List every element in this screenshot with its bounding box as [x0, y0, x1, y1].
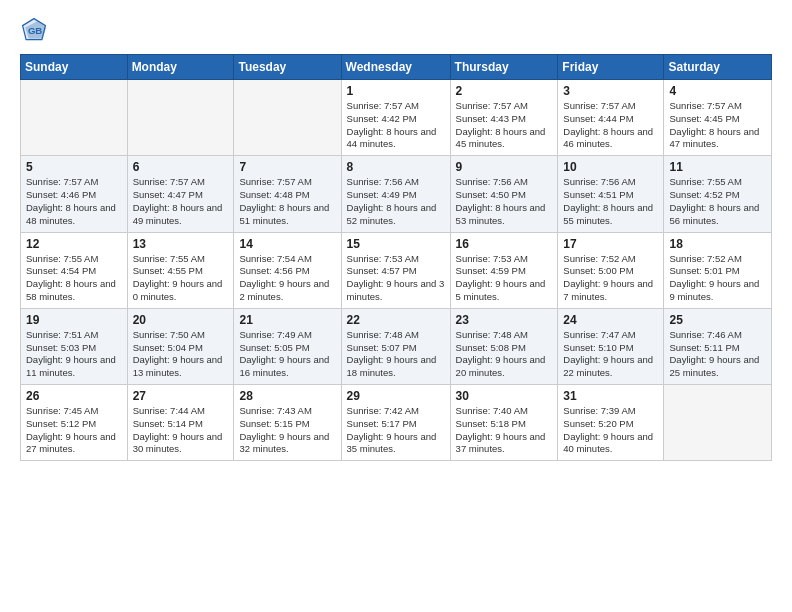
day-number: 28: [239, 389, 335, 403]
calendar-cell: [21, 80, 128, 156]
calendar-cell: 14Sunrise: 7:54 AM Sunset: 4:56 PM Dayli…: [234, 232, 341, 308]
day-info: Sunrise: 7:48 AM Sunset: 5:08 PM Dayligh…: [456, 329, 553, 380]
day-info: Sunrise: 7:47 AM Sunset: 5:10 PM Dayligh…: [563, 329, 658, 380]
weekday-header-wednesday: Wednesday: [341, 55, 450, 80]
logo-icon: GB: [20, 16, 48, 44]
calendar-cell: 31Sunrise: 7:39 AM Sunset: 5:20 PM Dayli…: [558, 385, 664, 461]
day-info: Sunrise: 7:49 AM Sunset: 5:05 PM Dayligh…: [239, 329, 335, 380]
day-info: Sunrise: 7:45 AM Sunset: 5:12 PM Dayligh…: [26, 405, 122, 456]
calendar-cell: 23Sunrise: 7:48 AM Sunset: 5:08 PM Dayli…: [450, 308, 558, 384]
day-number: 19: [26, 313, 122, 327]
calendar-cell: 13Sunrise: 7:55 AM Sunset: 4:55 PM Dayli…: [127, 232, 234, 308]
day-info: Sunrise: 7:56 AM Sunset: 4:51 PM Dayligh…: [563, 176, 658, 227]
calendar-cell: 11Sunrise: 7:55 AM Sunset: 4:52 PM Dayli…: [664, 156, 772, 232]
calendar-cell: 7Sunrise: 7:57 AM Sunset: 4:48 PM Daylig…: [234, 156, 341, 232]
day-number: 20: [133, 313, 229, 327]
calendar-cell: 2Sunrise: 7:57 AM Sunset: 4:43 PM Daylig…: [450, 80, 558, 156]
calendar-cell: 26Sunrise: 7:45 AM Sunset: 5:12 PM Dayli…: [21, 385, 128, 461]
day-info: Sunrise: 7:54 AM Sunset: 4:56 PM Dayligh…: [239, 253, 335, 304]
calendar-cell: 19Sunrise: 7:51 AM Sunset: 5:03 PM Dayli…: [21, 308, 128, 384]
day-number: 27: [133, 389, 229, 403]
weekday-header-row: SundayMondayTuesdayWednesdayThursdayFrid…: [21, 55, 772, 80]
calendar-cell: 25Sunrise: 7:46 AM Sunset: 5:11 PM Dayli…: [664, 308, 772, 384]
day-number: 21: [239, 313, 335, 327]
calendar-table: SundayMondayTuesdayWednesdayThursdayFrid…: [20, 54, 772, 461]
day-info: Sunrise: 7:55 AM Sunset: 4:55 PM Dayligh…: [133, 253, 229, 304]
day-info: Sunrise: 7:56 AM Sunset: 4:50 PM Dayligh…: [456, 176, 553, 227]
weekday-header-thursday: Thursday: [450, 55, 558, 80]
calendar-cell: [234, 80, 341, 156]
day-number: 2: [456, 84, 553, 98]
svg-text:GB: GB: [28, 25, 42, 36]
day-number: 6: [133, 160, 229, 174]
page-header: GB: [20, 16, 772, 44]
day-number: 12: [26, 237, 122, 251]
calendar-cell: 6Sunrise: 7:57 AM Sunset: 4:47 PM Daylig…: [127, 156, 234, 232]
calendar-cell: 3Sunrise: 7:57 AM Sunset: 4:44 PM Daylig…: [558, 80, 664, 156]
day-info: Sunrise: 7:53 AM Sunset: 4:59 PM Dayligh…: [456, 253, 553, 304]
day-info: Sunrise: 7:46 AM Sunset: 5:11 PM Dayligh…: [669, 329, 766, 380]
logo: GB: [20, 16, 52, 44]
calendar-page: GB SundayMondayTuesdayWednesdayThursdayF…: [0, 0, 792, 612]
day-number: 26: [26, 389, 122, 403]
day-number: 23: [456, 313, 553, 327]
calendar-cell: 12Sunrise: 7:55 AM Sunset: 4:54 PM Dayli…: [21, 232, 128, 308]
day-info: Sunrise: 7:50 AM Sunset: 5:04 PM Dayligh…: [133, 329, 229, 380]
weekday-header-saturday: Saturday: [664, 55, 772, 80]
calendar-cell: 9Sunrise: 7:56 AM Sunset: 4:50 PM Daylig…: [450, 156, 558, 232]
day-info: Sunrise: 7:48 AM Sunset: 5:07 PM Dayligh…: [347, 329, 445, 380]
day-number: 18: [669, 237, 766, 251]
calendar-week-row: 19Sunrise: 7:51 AM Sunset: 5:03 PM Dayli…: [21, 308, 772, 384]
calendar-cell: 30Sunrise: 7:40 AM Sunset: 5:18 PM Dayli…: [450, 385, 558, 461]
day-info: Sunrise: 7:55 AM Sunset: 4:52 PM Dayligh…: [669, 176, 766, 227]
day-info: Sunrise: 7:52 AM Sunset: 5:00 PM Dayligh…: [563, 253, 658, 304]
day-number: 13: [133, 237, 229, 251]
day-number: 29: [347, 389, 445, 403]
day-number: 17: [563, 237, 658, 251]
calendar-cell: 10Sunrise: 7:56 AM Sunset: 4:51 PM Dayli…: [558, 156, 664, 232]
day-info: Sunrise: 7:43 AM Sunset: 5:15 PM Dayligh…: [239, 405, 335, 456]
day-info: Sunrise: 7:44 AM Sunset: 5:14 PM Dayligh…: [133, 405, 229, 456]
day-number: 14: [239, 237, 335, 251]
day-info: Sunrise: 7:39 AM Sunset: 5:20 PM Dayligh…: [563, 405, 658, 456]
weekday-header-tuesday: Tuesday: [234, 55, 341, 80]
day-number: 5: [26, 160, 122, 174]
day-number: 9: [456, 160, 553, 174]
day-info: Sunrise: 7:42 AM Sunset: 5:17 PM Dayligh…: [347, 405, 445, 456]
calendar-cell: 22Sunrise: 7:48 AM Sunset: 5:07 PM Dayli…: [341, 308, 450, 384]
day-number: 3: [563, 84, 658, 98]
day-info: Sunrise: 7:40 AM Sunset: 5:18 PM Dayligh…: [456, 405, 553, 456]
day-info: Sunrise: 7:57 AM Sunset: 4:47 PM Dayligh…: [133, 176, 229, 227]
day-number: 22: [347, 313, 445, 327]
calendar-cell: 29Sunrise: 7:42 AM Sunset: 5:17 PM Dayli…: [341, 385, 450, 461]
calendar-week-row: 12Sunrise: 7:55 AM Sunset: 4:54 PM Dayli…: [21, 232, 772, 308]
day-info: Sunrise: 7:53 AM Sunset: 4:57 PM Dayligh…: [347, 253, 445, 304]
day-number: 30: [456, 389, 553, 403]
calendar-cell: 28Sunrise: 7:43 AM Sunset: 5:15 PM Dayli…: [234, 385, 341, 461]
day-info: Sunrise: 7:57 AM Sunset: 4:48 PM Dayligh…: [239, 176, 335, 227]
day-number: 15: [347, 237, 445, 251]
day-info: Sunrise: 7:57 AM Sunset: 4:42 PM Dayligh…: [347, 100, 445, 151]
day-info: Sunrise: 7:52 AM Sunset: 5:01 PM Dayligh…: [669, 253, 766, 304]
calendar-cell: 8Sunrise: 7:56 AM Sunset: 4:49 PM Daylig…: [341, 156, 450, 232]
calendar-cell: 21Sunrise: 7:49 AM Sunset: 5:05 PM Dayli…: [234, 308, 341, 384]
calendar-cell: 15Sunrise: 7:53 AM Sunset: 4:57 PM Dayli…: [341, 232, 450, 308]
day-info: Sunrise: 7:51 AM Sunset: 5:03 PM Dayligh…: [26, 329, 122, 380]
day-number: 8: [347, 160, 445, 174]
day-info: Sunrise: 7:56 AM Sunset: 4:49 PM Dayligh…: [347, 176, 445, 227]
calendar-cell: 5Sunrise: 7:57 AM Sunset: 4:46 PM Daylig…: [21, 156, 128, 232]
calendar-week-row: 5Sunrise: 7:57 AM Sunset: 4:46 PM Daylig…: [21, 156, 772, 232]
day-info: Sunrise: 7:55 AM Sunset: 4:54 PM Dayligh…: [26, 253, 122, 304]
day-info: Sunrise: 7:57 AM Sunset: 4:45 PM Dayligh…: [669, 100, 766, 151]
day-number: 31: [563, 389, 658, 403]
day-info: Sunrise: 7:57 AM Sunset: 4:46 PM Dayligh…: [26, 176, 122, 227]
calendar-cell: 24Sunrise: 7:47 AM Sunset: 5:10 PM Dayli…: [558, 308, 664, 384]
day-number: 25: [669, 313, 766, 327]
day-number: 11: [669, 160, 766, 174]
calendar-cell: [664, 385, 772, 461]
calendar-cell: 1Sunrise: 7:57 AM Sunset: 4:42 PM Daylig…: [341, 80, 450, 156]
calendar-cell: 18Sunrise: 7:52 AM Sunset: 5:01 PM Dayli…: [664, 232, 772, 308]
calendar-week-row: 26Sunrise: 7:45 AM Sunset: 5:12 PM Dayli…: [21, 385, 772, 461]
day-info: Sunrise: 7:57 AM Sunset: 4:44 PM Dayligh…: [563, 100, 658, 151]
weekday-header-friday: Friday: [558, 55, 664, 80]
